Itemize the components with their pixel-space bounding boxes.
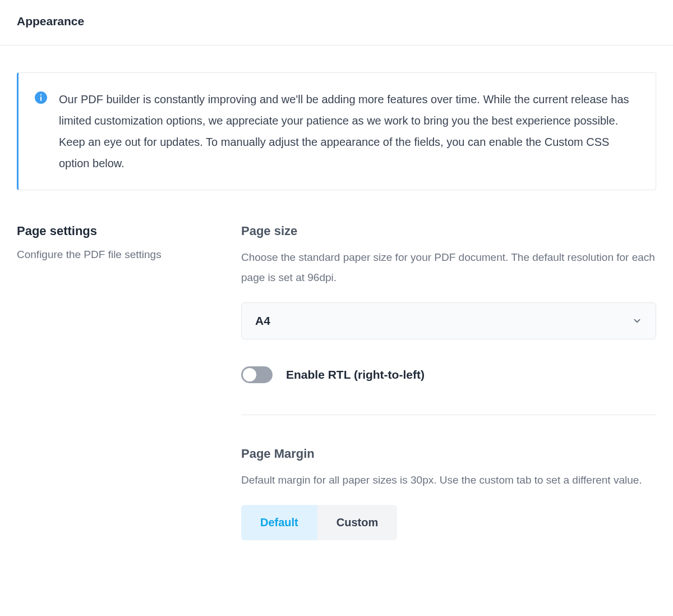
page-size-title: Page size	[241, 224, 656, 238]
section-sidebar: Page settings Configure the PDF file set…	[17, 224, 219, 540]
tab-margin-custom[interactable]: Custom	[317, 505, 397, 540]
page-size-select[interactable]: A4	[241, 302, 656, 339]
info-icon	[34, 91, 48, 104]
content-area: Our PDF builder is constantly improving …	[0, 45, 673, 574]
page-settings-section: Page settings Configure the PDF file set…	[17, 224, 656, 540]
rtl-toggle-row: Enable RTL (right-to-left)	[241, 366, 656, 383]
page-title: Appearance	[17, 15, 656, 28]
margin-tab-group: Default Custom	[241, 505, 397, 540]
toggle-knob	[243, 368, 256, 381]
svg-point-2	[40, 94, 42, 95]
info-text: Our PDF builder is constantly improving …	[59, 89, 637, 174]
page-margin-description: Default margin for all paper sizes is 30…	[241, 470, 656, 490]
rtl-toggle-label: Enable RTL (right-to-left)	[286, 368, 425, 381]
page-size-description: Choose the standard paper size for your …	[241, 247, 656, 288]
section-body: Page size Choose the standard paper size…	[241, 224, 656, 540]
section-description: Configure the PDF file settings	[17, 247, 219, 263]
page-header: Appearance	[0, 0, 673, 45]
page-margin-title: Page Margin	[241, 447, 656, 461]
divider	[241, 415, 656, 415]
section-title: Page settings	[17, 224, 219, 238]
svg-rect-1	[40, 96, 42, 101]
chevron-down-icon	[632, 316, 642, 326]
info-alert: Our PDF builder is constantly improving …	[17, 72, 656, 190]
rtl-toggle[interactable]	[241, 366, 273, 383]
tab-margin-default[interactable]: Default	[241, 505, 317, 540]
page-size-value: A4	[255, 314, 270, 328]
